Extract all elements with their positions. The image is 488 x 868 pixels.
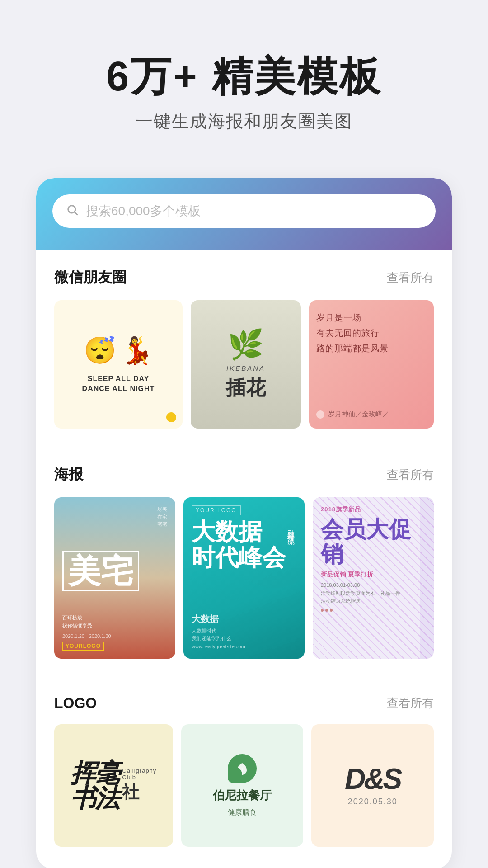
logo-section: LOGO 查看所有 挥毫书法 Calligraphy Club 社 (36, 677, 452, 851)
logo-see-all[interactable]: 查看所有 (387, 695, 434, 711)
logo-2-leaf-icon (228, 754, 257, 783)
logo-3-letters: D&S (345, 764, 400, 793)
logo-card-3[interactable]: D&S 2020.05.30 (311, 724, 434, 847)
logo-1-calligraphy-en: Calligraphy (122, 767, 156, 774)
poster-1-tagline: 尽美在宅宅宅 (62, 505, 167, 528)
poster-1-logo: YOURLOGO (62, 642, 104, 651)
poster-3-promo: 新品促销 夏季打折 (321, 571, 426, 579)
poster-section-title: 海报 (54, 465, 83, 485)
wechat-card-3-poem: 岁月是一场 有去无回的旅行 路的那端都是风景 (316, 310, 427, 357)
wechat-cards-row: 😴 💃 SLEEP ALL DAY DANCE ALL NIGHT 🌿 IKEB… (54, 300, 434, 429)
logo-cards-row: 挥毫书法 Calligraphy Club 社 伯尼 (54, 724, 434, 847)
dot-2 (325, 609, 328, 612)
svg-line-1 (75, 212, 77, 215)
poster-2-sub: 引领科技潮流 (286, 524, 296, 533)
search-bar[interactable]: 搜索60,000多个模板 (52, 194, 436, 228)
logo-section-header: LOGO 查看所有 (54, 695, 434, 712)
wechat-card-3-footer: 岁月神仙／金玫嶂／ (316, 410, 427, 419)
logo-1-content: 挥毫书法 Calligraphy Club 社 (70, 760, 156, 811)
search-icon (66, 203, 79, 219)
ikebana-leaf-icon: 🌿 (228, 328, 264, 362)
logo-2-restaurant-name: 伯尼拉餐厅 (213, 788, 272, 802)
poster-1-details: 百环榜放祝你恬惬享受 (62, 614, 167, 630)
poster-card-2[interactable]: YOUR LOGO 大数据 时代峰会 引领科技潮流 大数据 大数据时代我们还能学… (183, 497, 305, 659)
poster-section-header: 海报 查看所有 (54, 465, 434, 485)
wechat-card-1[interactable]: 😴 💃 SLEEP ALL DAY DANCE ALL NIGHT (54, 300, 183, 429)
dot-3 (330, 609, 333, 612)
wechat-card-2[interactable]: 🌿 IKEBANA 插花 (191, 300, 301, 429)
yellow-dot-decoration (166, 412, 176, 422)
app-card: 搜索60,000多个模板 微信朋友圈 查看所有 😴 💃 SLEEP ALL DA… (36, 178, 452, 868)
wechat-card-1-figures: 😴 💃 (84, 335, 153, 366)
poster-card-3[interactable]: 2018旗季新品 会员大促销 新品促销 夏季打折 2018.03.01-03.0… (313, 497, 434, 659)
poster-card-1[interactable]: 尽美在宅宅宅 美宅 百环榜放祝你恬惬享受 2020.1.20 - 2020.1.… (54, 497, 175, 659)
poster-3-year: 2018旗季新品 (321, 505, 426, 514)
wechat-section-title: 微信朋友圈 (54, 268, 127, 288)
poster-3-main: 会员大促销 (321, 517, 426, 567)
dot-1 (321, 609, 324, 612)
hero-subtitle: 一键生成海报和朋友圈美图 (27, 110, 461, 133)
poster-3-dot-row (321, 609, 426, 612)
sleep-text: SLEEP ALL DAY (82, 374, 155, 384)
logo-3-date: 2020.05.30 (348, 797, 398, 807)
search-header: 搜索60,000多个模板 (36, 178, 452, 250)
ikebana-en-title: IKEBANA (226, 364, 265, 372)
logo-1-left: 挥毫书法 (70, 760, 119, 811)
ikebana-cn-title: 插花 (226, 375, 266, 401)
logo-2-tagline: 健康膳食 (228, 808, 257, 817)
poem-author: 岁月神仙／金玫嶂／ (328, 410, 389, 419)
poster-2-wave-bg (183, 497, 305, 659)
logo-1-cn-char: 社 (122, 781, 139, 804)
poster-1-date: 2020.1.20 - 2020.1.30 (62, 633, 167, 639)
poster-1-main-text: 美宅 (62, 551, 167, 591)
dance-figure-icon: 💃 (121, 335, 153, 366)
poster-section: 海报 查看所有 尽美在宅宅宅 美宅 百环榜放祝你恬惬享受 2020.1.20 -… (36, 447, 452, 663)
sleep-figure-icon: 😴 (84, 335, 116, 366)
wechat-see-all[interactable]: 查看所有 (387, 270, 434, 286)
logo-section-title: LOGO (54, 695, 97, 712)
search-input-placeholder: 搜索60,000多个模板 (86, 203, 422, 220)
logo-1-right: Calligraphy Club 社 (122, 767, 156, 804)
wechat-card-1-text: SLEEP ALL DAY DANCE ALL NIGHT (82, 374, 155, 394)
wechat-card-3[interactable]: 岁月是一场 有去无回的旅行 路的那端都是风景 岁月神仙／金玫嶂／ (309, 300, 434, 429)
wechat-section-header: 微信朋友圈 查看所有 (54, 268, 434, 288)
pink-circle-icon (316, 410, 324, 419)
logo-card-2[interactable]: 伯尼拉餐厅 健康膳食 (181, 724, 304, 847)
hero-title: 6万+ 精美模板 (27, 54, 461, 99)
logo-1-brush-cn: 挥毫书法 (70, 760, 119, 811)
logo-1-club-en: Club (122, 774, 136, 781)
poster-cards-row: 尽美在宅宅宅 美宅 百环榜放祝你恬惬享受 2020.1.20 - 2020.1.… (54, 497, 434, 659)
poster-1-bottom: 百环榜放祝你恬惬享受 2020.1.20 - 2020.1.30 YOURLOG… (62, 614, 167, 651)
poster-1-main: 美宅 (62, 551, 139, 591)
poster-see-all[interactable]: 查看所有 (387, 467, 434, 483)
dance-text: DANCE ALL NIGHT (82, 384, 155, 394)
poster-3-details: 2018.03.01-03.08活动细则以活动页面为准，礼品一件活动结束系统赠送 (321, 581, 426, 605)
logo-card-1[interactable]: 挥毫书法 Calligraphy Club 社 (54, 724, 173, 847)
svg-point-0 (68, 205, 75, 212)
hero-section: 6万+ 精美模板 一键生成海报和朋友圈美图 (0, 0, 488, 160)
poster-1-top: 尽美在宅宅宅 (62, 505, 167, 528)
wechat-section: 微信朋友圈 查看所有 😴 💃 SLEEP ALL DAY DANCE ALL N… (36, 250, 452, 433)
